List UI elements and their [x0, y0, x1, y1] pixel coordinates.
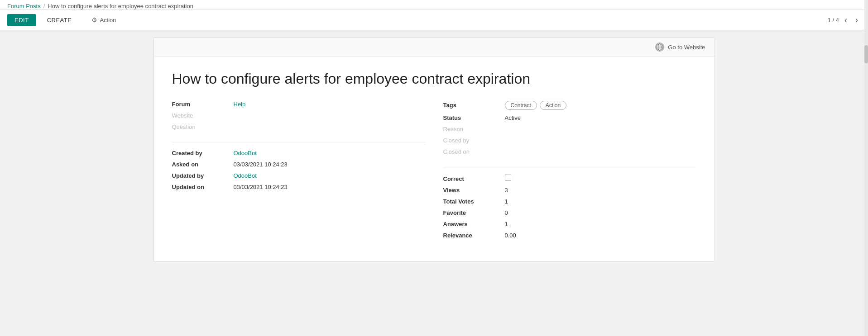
- breadcrumb-parent[interactable]: Forum Posts: [7, 3, 41, 9]
- field-row-asked-on: Asked on 03/03/2021 10:24:23: [172, 161, 425, 168]
- correct-checkbox[interactable]: [505, 175, 511, 181]
- field-row-updated-by: Updated by OdooBot: [172, 172, 425, 179]
- closed-by-label: Closed by: [443, 137, 498, 144]
- total-votes-value: 1: [505, 198, 508, 205]
- field-row-views: Views 3: [443, 187, 696, 194]
- forum-label: Forum: [172, 101, 226, 108]
- scrollbar[interactable]: [864, 0, 868, 269]
- go-to-website-label: Go to Website: [668, 44, 705, 51]
- tags-container: Contract Action: [505, 101, 567, 110]
- field-row-total-votes: Total Votes 1: [443, 198, 696, 205]
- field-row-closed-by: Closed by: [443, 137, 696, 144]
- action-label: Action: [100, 17, 116, 24]
- form-content: How to configure alerts for employee con…: [154, 57, 715, 261]
- top-bar: Forum Posts / How to configure alerts fo…: [0, 0, 868, 10]
- create-button[interactable]: CREATE: [40, 14, 79, 26]
- favorite-value: 0: [505, 209, 508, 216]
- post-title: How to configure alerts for employee con…: [172, 70, 696, 87]
- gear-icon: ⚙: [91, 16, 97, 24]
- closed-on-label: Closed on: [443, 148, 498, 155]
- pagination-prev[interactable]: ‹: [842, 14, 850, 26]
- main: Go to Website How to configure alerts fo…: [0, 30, 868, 269]
- field-row-tags: Tags Contract Action: [443, 101, 696, 110]
- field-row-created-by: Created by OdooBot: [172, 150, 425, 156]
- form-card: Go to Website How to configure alerts fo…: [153, 38, 715, 262]
- total-votes-label: Total Votes: [443, 198, 498, 205]
- go-to-website-bar: Go to Website: [154, 38, 715, 57]
- breadcrumb: Forum Posts / How to configure alerts fo…: [7, 3, 193, 9]
- field-row-relevance: Relevance 0.00: [443, 232, 696, 239]
- field-row-closed-on: Closed on: [443, 148, 696, 155]
- pagination: 1 / 4 ‹ ›: [828, 14, 861, 26]
- reason-label: Reason: [443, 126, 498, 133]
- breadcrumb-current: How to configure alerts for employee con…: [48, 3, 193, 9]
- form-grid: Forum Help Website Question Created by O…: [172, 101, 696, 243]
- left-column: Forum Help Website Question Created by O…: [172, 101, 425, 243]
- asked-on-label: Asked on: [172, 161, 226, 168]
- field-row-reason: Reason: [443, 126, 696, 133]
- answers-value: 1: [505, 221, 508, 227]
- asked-on-value: 03/03/2021 10:24:23: [234, 161, 288, 168]
- edit-button[interactable]: EDIT: [7, 14, 36, 26]
- go-to-website-button[interactable]: Go to Website: [655, 43, 705, 52]
- answers-label: Answers: [443, 221, 498, 227]
- updated-by-label: Updated by: [172, 172, 226, 179]
- field-row-correct: Correct: [443, 175, 696, 182]
- field-row-website: Website: [172, 112, 425, 119]
- correct-label: Correct: [443, 175, 498, 182]
- created-by-value[interactable]: OdooBot: [234, 150, 257, 156]
- favorite-label: Favorite: [443, 209, 498, 216]
- tag-contract[interactable]: Contract: [505, 101, 537, 110]
- tags-label: Tags: [443, 102, 498, 109]
- scrollbar-thumb[interactable]: [864, 45, 868, 63]
- toolbar: EDIT CREATE ⚙ Action 1 / 4 ‹ ›: [0, 10, 868, 30]
- field-row-answers: Answers 1: [443, 221, 696, 227]
- relevance-value: 0.00: [505, 232, 516, 239]
- status-value: Active: [505, 114, 521, 121]
- globe-icon: [655, 43, 664, 52]
- field-row-favorite: Favorite 0: [443, 209, 696, 216]
- field-row-forum: Forum Help: [172, 101, 425, 108]
- status-label: Status: [443, 114, 498, 121]
- relevance-label: Relevance: [443, 232, 498, 239]
- right-column: Tags Contract Action Status Active Reaso…: [443, 101, 696, 243]
- updated-on-value: 03/03/2021 10:24:23: [234, 184, 288, 190]
- tag-action[interactable]: Action: [540, 101, 566, 110]
- created-by-label: Created by: [172, 150, 226, 156]
- website-label: Website: [172, 112, 226, 119]
- pagination-text: 1 / 4: [828, 17, 839, 24]
- updated-by-value[interactable]: OdooBot: [234, 172, 257, 179]
- pagination-next[interactable]: ›: [853, 14, 861, 26]
- views-label: Views: [443, 187, 498, 194]
- question-label: Question: [172, 123, 226, 130]
- action-button[interactable]: ⚙ Action: [86, 14, 121, 26]
- breadcrumb-separator: /: [43, 3, 45, 9]
- updated-on-label: Updated on: [172, 184, 226, 190]
- views-value: 3: [505, 187, 508, 194]
- field-row-status: Status Active: [443, 114, 696, 121]
- forum-value[interactable]: Help: [234, 101, 246, 108]
- field-row-question: Question: [172, 123, 425, 130]
- field-row-updated-on: Updated on 03/03/2021 10:24:23: [172, 184, 425, 190]
